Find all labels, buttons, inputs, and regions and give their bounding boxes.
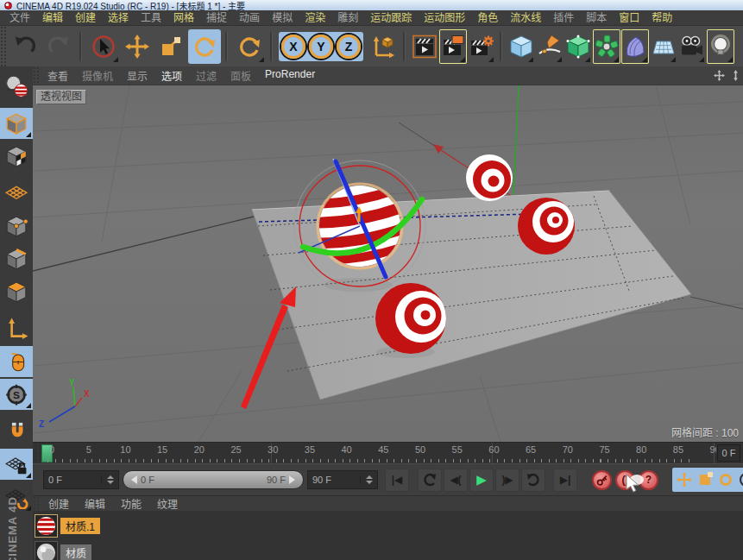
menu-item[interactable]: 工具 (135, 10, 167, 26)
menu-item[interactable]: 网格 (167, 10, 200, 26)
scale-tool-button[interactable] (154, 29, 187, 64)
menu-item[interactable]: 运动图形 (418, 10, 471, 26)
toolbar-grip[interactable] (0, 26, 8, 66)
axis-mode-button[interactable] (0, 313, 33, 344)
menu-item[interactable]: 流水线 (504, 10, 547, 26)
sphere-object[interactable] (466, 154, 513, 201)
render-settings-button[interactable] (468, 29, 495, 64)
add-spline-button[interactable] (536, 29, 564, 64)
keyframe-selection-button[interactable]: ? (639, 470, 658, 490)
undo-button[interactable] (9, 29, 41, 64)
viewport-canvas[interactable]: Y X Z 透视视图 网格间距 : 100 (33, 85, 743, 442)
workplane-mode-button[interactable] (0, 173, 33, 204)
menu-item[interactable]: 选择 (102, 10, 135, 26)
menu-item[interactable]: 插件 (547, 10, 580, 26)
material-row[interactable]: 材质 (35, 539, 743, 560)
texture-mode-button[interactable] (0, 141, 33, 172)
next-frame-button[interactable]: )▶ (495, 469, 519, 492)
coordinate-system-button[interactable] (366, 29, 399, 64)
material-menu-function[interactable]: 功能 (113, 496, 149, 511)
material-name[interactable]: 材质 (60, 544, 91, 560)
goto-start-button[interactable]: |◀ (385, 469, 409, 492)
viewport-menu-item[interactable]: 面板 (224, 68, 258, 83)
edges-mode-button[interactable] (0, 243, 33, 274)
menu-item[interactable]: 渲染 (299, 10, 331, 26)
axis-x-toggle[interactable]: X (281, 35, 305, 59)
menu-item[interactable]: 模拟 (266, 10, 299, 26)
material-menu-texture[interactable]: 纹理 (149, 496, 186, 511)
record-keyframe-button[interactable] (592, 470, 612, 490)
last-used-tool-button[interactable] (233, 29, 266, 64)
viewport-zoom-icon[interactable] (730, 70, 741, 81)
spinner-arrows-icon[interactable] (101, 475, 114, 484)
subdivision-surface-button[interactable] (564, 29, 592, 64)
menu-item[interactable]: 捕捉 (200, 10, 233, 26)
menu-item[interactable]: 创建 (69, 10, 102, 26)
menu-item[interactable]: 运动跟踪 (364, 10, 418, 26)
sphere-object[interactable] (518, 198, 575, 255)
menu-item[interactable]: 编辑 (36, 10, 69, 26)
axis-z-toggle[interactable]: Z (337, 35, 361, 59)
workplane-lock-button[interactable] (0, 449, 33, 480)
timeline-frame-box[interactable]: 0 F (717, 444, 740, 462)
axis-y-toggle[interactable]: Y (309, 35, 333, 59)
key-rotation-toggle[interactable] (715, 469, 736, 490)
render-view-button[interactable] (411, 29, 438, 64)
light-button[interactable] (707, 29, 734, 64)
environment-floor-button[interactable] (650, 29, 677, 64)
previous-key-button[interactable] (418, 469, 442, 492)
menu-item[interactable]: 文件 (3, 10, 36, 26)
key-parameter-toggle[interactable]: P (736, 469, 743, 490)
viewport-menu-item[interactable]: 查看 (41, 68, 75, 83)
snap-button[interactable]: S (0, 379, 33, 410)
material-menu-create[interactable]: 创建 (41, 496, 77, 511)
viewport-label[interactable]: 透视视图 (36, 90, 86, 104)
gray-material-thumbnail[interactable] (35, 541, 58, 560)
viewport-menu-item[interactable]: 选项 (154, 68, 189, 83)
autokey-button[interactable]: () (615, 470, 635, 490)
striped-material-thumbnail[interactable] (35, 514, 58, 538)
play-button[interactable]: ▶ (469, 469, 494, 492)
menu-item[interactable]: 雕刻 (331, 10, 364, 26)
previous-frame-button[interactable]: ◀( (444, 469, 468, 492)
move-tool-button[interactable] (121, 29, 154, 64)
live-selection-button[interactable] (87, 29, 120, 64)
scene-3d[interactable]: Y X Z (33, 85, 743, 442)
viewport-menu-item[interactable]: ProRender (258, 68, 322, 83)
material-row[interactable]: 材质.1 (35, 513, 743, 538)
material-menu-grip[interactable] (33, 496, 41, 512)
viewport-menu-item[interactable]: 显示 (120, 68, 154, 83)
viewport-menu-item[interactable]: 摄像机 (75, 68, 120, 83)
material-name[interactable]: 材质.1 (60, 518, 100, 534)
model-mode-button[interactable] (0, 108, 33, 139)
timeline-ruler[interactable]: 051015202530354045505560657075808590 (41, 443, 716, 463)
menu-item[interactable]: 动画 (233, 10, 266, 26)
current-frame-spinner[interactable]: 0 F (43, 470, 119, 489)
key-position-toggle[interactable] (674, 469, 695, 490)
range-left-arrow-icon[interactable] (131, 475, 137, 484)
camera-button[interactable] (678, 29, 706, 64)
next-key-button[interactable] (521, 469, 545, 492)
magnet-button[interactable] (0, 416, 33, 447)
add-cube-button[interactable] (507, 29, 535, 64)
viewport-pan-icon[interactable] (714, 70, 725, 81)
points-mode-button[interactable] (0, 211, 33, 242)
material-menu-edit[interactable]: 编辑 (77, 496, 113, 511)
polygons-mode-button[interactable] (0, 276, 33, 307)
key-scale-toggle[interactable] (695, 469, 715, 490)
mograph-button[interactable] (593, 29, 620, 64)
timeline-grip[interactable] (33, 443, 41, 463)
viewport-solo-button[interactable] (0, 346, 33, 377)
menu-item[interactable]: 窗口 (613, 10, 645, 26)
viewport-menu-grip[interactable] (33, 66, 41, 85)
rotate-tool-button[interactable] (188, 29, 221, 64)
render-picture-viewer-button[interactable] (439, 29, 467, 64)
redo-button[interactable] (42, 29, 75, 64)
spinner-arrows-icon[interactable] (360, 475, 373, 484)
make-editable-button[interactable] (0, 71, 33, 102)
menu-item[interactable]: 角色 (471, 10, 504, 26)
range-right-arrow-icon[interactable] (289, 475, 295, 484)
end-frame-spinner[interactable]: 90 F (307, 470, 378, 489)
viewport-menu-item[interactable]: 过滤 (189, 68, 224, 83)
goto-end-button[interactable]: ▶| (553, 469, 577, 492)
